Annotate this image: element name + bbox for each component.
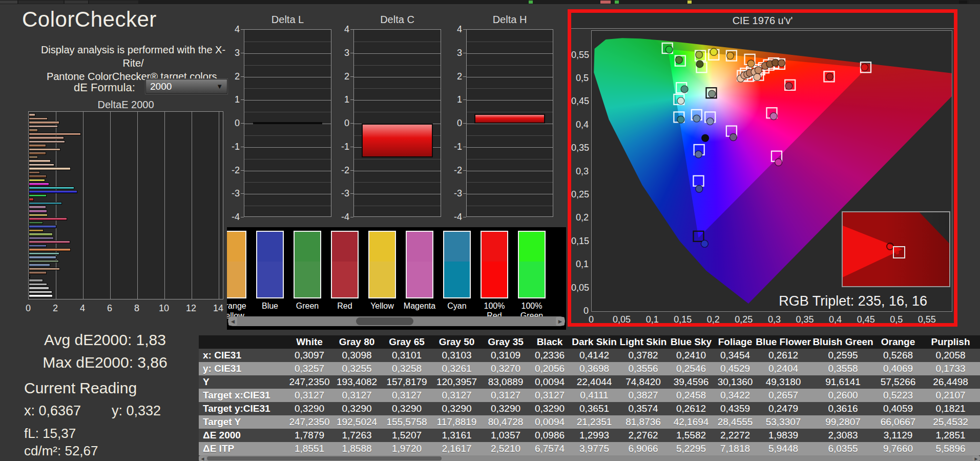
- cie-y-tick-label: 0,05: [571, 283, 589, 292]
- deltae-bar: [29, 136, 64, 139]
- table-cell: 1,9839: [756, 430, 811, 441]
- cie-measured-dot: [696, 185, 703, 192]
- de-formula-dropdown[interactable]: 2000 ▼: [145, 79, 227, 94]
- mini-gridline: [467, 77, 553, 77]
- cie-measured-dot: [693, 115, 700, 122]
- scroll-right-icon[interactable]: ►: [556, 317, 565, 326]
- cie-measured-dot: [696, 61, 703, 68]
- reading-cdm2: cd/m²: 52,67: [24, 443, 98, 459]
- table-cell: 5,2295: [668, 443, 715, 454]
- table-cell: 3,1129: [875, 430, 921, 441]
- table-cell: 6,7574: [530, 443, 570, 454]
- color-swatch[interactable]: [443, 231, 471, 298]
- color-swatch[interactable]: [331, 231, 359, 298]
- table-cell: 0,4111: [570, 390, 619, 401]
- mini-gridline: [467, 112, 553, 112]
- table-header-cell: Blue Flower: [756, 336, 811, 348]
- deltae-bar: [29, 287, 49, 290]
- table-cell: 74,8420: [619, 376, 668, 388]
- table-scrollbar-track[interactable]: ◄►: [199, 455, 980, 461]
- table-cell: 0,3290: [287, 403, 332, 414]
- mini-y-tick-label: 4: [332, 25, 349, 34]
- deltae-gridline: [137, 112, 138, 299]
- deltae-bar: [29, 152, 46, 155]
- table-cell: 1,7263: [332, 430, 382, 441]
- deltae-bar: [29, 129, 38, 132]
- swatch-scrollbar[interactable]: ◄►: [228, 316, 565, 326]
- color-swatch[interactable]: [227, 231, 246, 298]
- mini-gridline: [467, 194, 553, 194]
- mini-gridline: [244, 171, 331, 171]
- color-swatch[interactable]: [406, 231, 433, 298]
- table-cell: 0,3255: [332, 363, 382, 374]
- cie-x-tick-label: 0,3: [761, 315, 787, 324]
- top-strip-segment: [687, 1, 692, 4]
- table-cell: 0,2546: [668, 363, 715, 374]
- cie-measured-dot: [775, 159, 782, 166]
- scroll-left-icon[interactable]: ◄: [228, 317, 237, 326]
- color-swatch[interactable]: [368, 231, 396, 298]
- swatch-scrollbar-thumb[interactable]: [356, 317, 413, 325]
- mini-gridline: [354, 206, 441, 206]
- table-cell: 2,3083: [811, 430, 875, 441]
- top-strip-segment: [0, 1, 17, 4]
- cie-y-tick-label: 0,25: [571, 190, 589, 199]
- color-swatch[interactable]: [294, 231, 321, 298]
- cie-x-tick-label: 0: [578, 315, 604, 324]
- mini-y-tick-label: -3: [332, 189, 349, 198]
- swatch-label: Red: [326, 301, 364, 311]
- mini-y-tick-dash: [350, 193, 353, 194]
- deltae-bar: [29, 133, 81, 136]
- mini-gridline: [354, 100, 441, 101]
- color-swatch[interactable]: [256, 231, 284, 298]
- table-row: ΔE ITP1,85511,85881,97202,16172,52106,75…: [199, 442, 980, 455]
- table-cell: 0,3616: [811, 403, 875, 414]
- table-cell: 0,2056: [530, 363, 570, 374]
- mini-gridline: [244, 42, 331, 42]
- mini-chart-plot: [353, 29, 441, 217]
- deltae-x-tick-label: 4: [75, 304, 90, 313]
- table-cell: 5,9448: [756, 443, 811, 454]
- color-swatch[interactable]: [518, 231, 546, 298]
- mini-gridline: [354, 182, 441, 183]
- deltae-bar: [29, 194, 47, 197]
- deltae-x-tick-label: 2: [48, 304, 63, 313]
- table-scrollbar-thumb[interactable]: [207, 456, 442, 460]
- table-row: x: CIE310,30970,30980,31010,31030,31090,…: [199, 349, 980, 362]
- table-cell: 0,5223: [875, 390, 921, 401]
- mini-gridline: [467, 206, 553, 206]
- cie-y-tick-label: 0,35: [571, 143, 589, 152]
- top-strip-segment: [969, 1, 980, 4]
- delta-bar-red: [474, 114, 545, 124]
- deltae-gridline: [110, 112, 111, 299]
- mini-y-tick-dash: [463, 76, 466, 77]
- cie-measured-dot: [675, 56, 682, 64]
- cie-target-square: [694, 231, 704, 242]
- deltae-bar: [29, 141, 65, 144]
- table-cell: 0,3098: [332, 350, 382, 361]
- table-row-label: ΔE ITP: [199, 443, 287, 454]
- table-cell: 1,8551: [287, 443, 332, 454]
- table-cell: 0,3257: [287, 363, 332, 374]
- mini-y-tick-label: 4: [222, 25, 240, 34]
- table-cell: 21,2351: [570, 416, 619, 428]
- top-strip-segment: [89, 1, 138, 4]
- table-cell: 0,3574: [619, 403, 668, 414]
- deltae-bar: [29, 113, 35, 116]
- table-cell: 0,3270: [482, 363, 530, 374]
- cie-measured-dot: [770, 113, 777, 120]
- table-cell: 0,2410: [668, 350, 715, 361]
- table-cell: 30,1360: [715, 376, 756, 388]
- table-scroll-right-icon[interactable]: ►: [972, 456, 980, 461]
- deltae-bar: [29, 171, 40, 174]
- table-cell: 0,3698: [570, 363, 619, 374]
- swatch-label: Green: [288, 301, 326, 311]
- cie-x-tick-label: 0,4: [823, 315, 848, 324]
- cie-measured-dot: [696, 51, 703, 58]
- mini-y-tick-dash: [463, 29, 466, 30]
- table-cell: 157,8179: [382, 376, 432, 388]
- color-swatch[interactable]: [481, 231, 508, 298]
- table-scroll-left-icon[interactable]: ◄: [199, 456, 206, 461]
- mini-y-tick-label: 1: [445, 95, 462, 104]
- mini-y-tick-dash: [350, 217, 353, 217]
